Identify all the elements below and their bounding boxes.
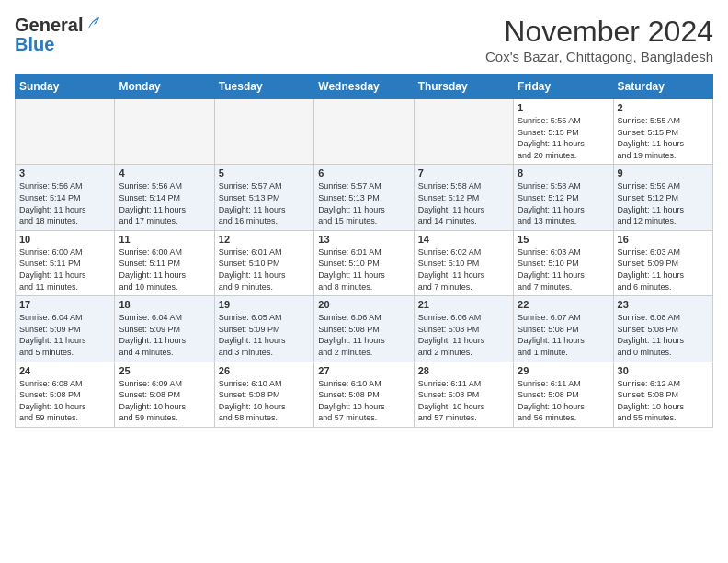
day-info: Sunrise: 5:57 AM Sunset: 5:13 PM Dayligh… [219,180,310,226]
calendar-week-row: 3Sunrise: 5:56 AM Sunset: 5:14 PM Daylig… [16,165,713,230]
calendar-cell: 30Sunrise: 6:12 AM Sunset: 5:08 PM Dayli… [613,362,712,427]
calendar-week-row: 17Sunrise: 6:04 AM Sunset: 5:09 PM Dayli… [16,296,713,362]
day-number: 9 [618,167,709,178]
header-wednesday: Wednesday [314,75,414,99]
day-info: Sunrise: 6:04 AM Sunset: 5:09 PM Dayligh… [19,312,110,358]
calendar-cell: 1Sunrise: 5:55 AM Sunset: 5:15 PM Daylig… [514,99,613,165]
day-number: 2 [618,102,709,113]
day-info: Sunrise: 5:57 AM Sunset: 5:13 PM Dayligh… [318,180,409,226]
day-info: Sunrise: 6:07 AM Sunset: 5:08 PM Dayligh… [518,312,609,358]
day-info: Sunrise: 5:59 AM Sunset: 5:12 PM Dayligh… [618,180,709,226]
calendar-cell: 5Sunrise: 5:57 AM Sunset: 5:13 PM Daylig… [214,165,313,230]
day-info: Sunrise: 6:03 AM Sunset: 5:10 PM Dayligh… [518,247,609,293]
header-sunday: Sunday [16,75,115,99]
day-number: 23 [618,299,709,310]
day-info: Sunrise: 6:03 AM Sunset: 5:09 PM Dayligh… [618,247,709,293]
calendar-cell: 23Sunrise: 6:08 AM Sunset: 5:08 PM Dayli… [613,296,712,362]
day-info: Sunrise: 6:08 AM Sunset: 5:08 PM Dayligh… [618,312,709,358]
day-number: 22 [518,299,609,310]
day-number: 1 [518,102,609,113]
day-info: Sunrise: 6:09 AM Sunset: 5:08 PM Dayligh… [119,378,210,424]
day-info: Sunrise: 6:08 AM Sunset: 5:08 PM Dayligh… [19,378,110,424]
calendar-cell: 28Sunrise: 6:11 AM Sunset: 5:08 PM Dayli… [414,362,513,427]
day-info: Sunrise: 6:10 AM Sunset: 5:08 PM Dayligh… [318,378,409,424]
logo-general: General [15,15,83,36]
day-number: 28 [418,365,509,376]
day-number: 12 [219,234,310,245]
header-tuesday: Tuesday [214,75,313,99]
calendar-cell [16,99,115,165]
location: Cox's Bazar, Chittagong, Bangladesh [485,49,713,64]
day-number: 7 [418,167,509,178]
day-number: 15 [518,234,609,245]
calendar-cell: 18Sunrise: 6:04 AM Sunset: 5:09 PM Dayli… [115,296,214,362]
day-number: 29 [518,365,609,376]
day-info: Sunrise: 6:11 AM Sunset: 5:08 PM Dayligh… [518,378,609,424]
day-info: Sunrise: 6:10 AM Sunset: 5:08 PM Dayligh… [219,378,310,424]
calendar-week-row: 1Sunrise: 5:55 AM Sunset: 5:15 PM Daylig… [16,99,713,165]
day-info: Sunrise: 6:04 AM Sunset: 5:09 PM Dayligh… [119,312,210,358]
day-number: 17 [19,299,110,310]
calendar-cell: 12Sunrise: 6:01 AM Sunset: 5:10 PM Dayli… [214,230,313,295]
calendar-cell: 11Sunrise: 6:00 AM Sunset: 5:11 PM Dayli… [115,230,214,295]
calendar-week-row: 24Sunrise: 6:08 AM Sunset: 5:08 PM Dayli… [16,362,713,427]
calendar-cell: 20Sunrise: 6:06 AM Sunset: 5:08 PM Dayli… [314,296,414,362]
day-number: 24 [19,365,110,376]
day-number: 4 [119,167,210,178]
day-info: Sunrise: 5:56 AM Sunset: 5:14 PM Dayligh… [19,180,110,226]
day-info: Sunrise: 6:00 AM Sunset: 5:11 PM Dayligh… [19,247,110,293]
calendar-table: SundayMondayTuesdayWednesdayThursdayFrid… [15,74,713,428]
page-header: General Blue November 2024 Cox's Bazar, … [15,15,713,64]
month-title: November 2024 [485,15,713,49]
calendar-cell: 14Sunrise: 6:02 AM Sunset: 5:10 PM Dayli… [414,230,513,295]
day-number: 14 [418,234,509,245]
calendar-cell: 15Sunrise: 6:03 AM Sunset: 5:10 PM Dayli… [514,230,613,295]
day-number: 18 [119,299,210,310]
day-number: 10 [19,234,110,245]
calendar-header-row: SundayMondayTuesdayWednesdayThursdayFrid… [16,75,713,99]
day-info: Sunrise: 5:55 AM Sunset: 5:15 PM Dayligh… [618,115,709,161]
day-number: 3 [19,167,110,178]
day-info: Sunrise: 6:06 AM Sunset: 5:08 PM Dayligh… [418,312,509,358]
calendar-cell: 16Sunrise: 6:03 AM Sunset: 5:09 PM Dayli… [613,230,712,295]
day-info: Sunrise: 6:06 AM Sunset: 5:08 PM Dayligh… [318,312,409,358]
calendar-cell: 19Sunrise: 6:05 AM Sunset: 5:09 PM Dayli… [214,296,313,362]
calendar-cell: 7Sunrise: 5:58 AM Sunset: 5:12 PM Daylig… [414,165,513,230]
calendar-cell: 2Sunrise: 5:55 AM Sunset: 5:15 PM Daylig… [613,99,712,165]
calendar-cell: 25Sunrise: 6:09 AM Sunset: 5:08 PM Dayli… [115,362,214,427]
day-number: 16 [618,234,709,245]
calendar-cell: 26Sunrise: 6:10 AM Sunset: 5:08 PM Dayli… [214,362,313,427]
day-info: Sunrise: 6:11 AM Sunset: 5:08 PM Dayligh… [418,378,509,424]
title-area: November 2024 Cox's Bazar, Chittagong, B… [485,15,713,64]
day-info: Sunrise: 6:01 AM Sunset: 5:10 PM Dayligh… [219,247,310,293]
day-info: Sunrise: 5:56 AM Sunset: 5:14 PM Dayligh… [119,180,210,226]
header-thursday: Thursday [414,75,513,99]
header-saturday: Saturday [613,75,712,99]
day-number: 27 [318,365,409,376]
day-number: 11 [119,234,210,245]
calendar-cell: 4Sunrise: 5:56 AM Sunset: 5:14 PM Daylig… [115,165,214,230]
day-info: Sunrise: 6:02 AM Sunset: 5:10 PM Dayligh… [418,247,509,293]
calendar-cell [314,99,414,165]
day-number: 19 [219,299,310,310]
calendar-cell: 13Sunrise: 6:01 AM Sunset: 5:10 PM Dayli… [314,230,414,295]
calendar-cell: 10Sunrise: 6:00 AM Sunset: 5:11 PM Dayli… [16,230,115,295]
calendar-cell: 9Sunrise: 5:59 AM Sunset: 5:12 PM Daylig… [613,165,712,230]
day-info: Sunrise: 5:58 AM Sunset: 5:12 PM Dayligh… [518,180,609,226]
logo-blue: Blue [15,34,54,54]
day-number: 21 [418,299,509,310]
calendar-cell: 29Sunrise: 6:11 AM Sunset: 5:08 PM Dayli… [514,362,613,427]
day-info: Sunrise: 6:12 AM Sunset: 5:08 PM Dayligh… [618,378,709,424]
day-info: Sunrise: 6:01 AM Sunset: 5:10 PM Dayligh… [318,247,409,293]
day-number: 13 [318,234,409,245]
header-friday: Friday [514,75,613,99]
calendar-cell: 21Sunrise: 6:06 AM Sunset: 5:08 PM Dayli… [414,296,513,362]
calendar-cell: 17Sunrise: 6:04 AM Sunset: 5:09 PM Dayli… [16,296,115,362]
day-number: 30 [618,365,709,376]
calendar-week-row: 10Sunrise: 6:00 AM Sunset: 5:11 PM Dayli… [16,230,713,295]
calendar-cell [214,99,313,165]
day-number: 20 [318,299,409,310]
day-number: 26 [219,365,310,376]
calendar-cell: 24Sunrise: 6:08 AM Sunset: 5:08 PM Dayli… [16,362,115,427]
day-info: Sunrise: 5:58 AM Sunset: 5:12 PM Dayligh… [418,180,509,226]
